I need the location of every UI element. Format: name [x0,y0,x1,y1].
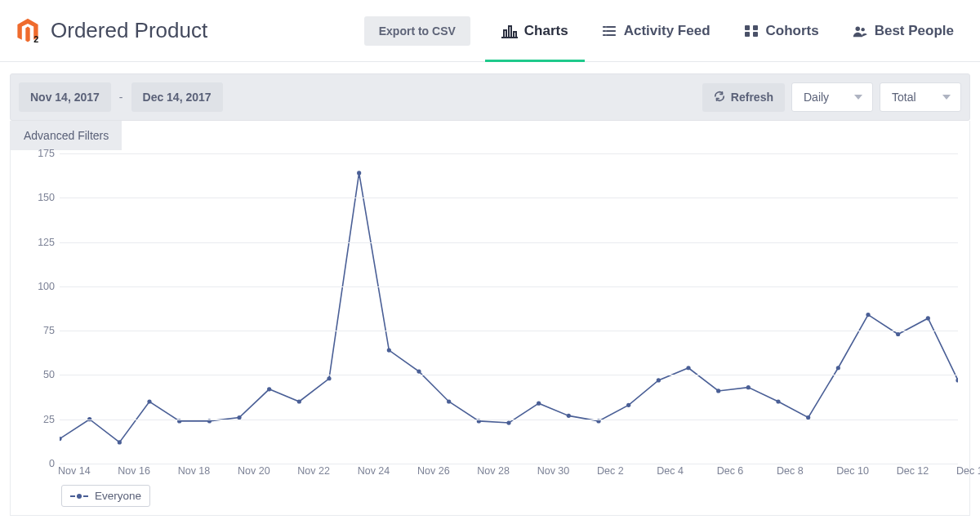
tab-label: Cohorts [766,23,819,39]
y-tick-label: 175 [38,148,55,159]
x-axis: Nov 14Nov 16Nov 18Nov 20Nov 22Nov 24Nov … [60,464,958,480]
date-start-picker[interactable]: Nov 14, 2017 [19,82,111,112]
tab-label: Charts [524,23,568,39]
app-logo: 2 Ordered Product [10,16,207,46]
data-point[interactable] [537,402,541,406]
refresh-icon [714,91,725,104]
data-point[interactable] [567,414,571,418]
page-title: Ordered Product [51,18,207,43]
gridline [60,375,958,375]
x-tick-label: Nov 24 [358,465,390,477]
y-tick-label: 0 [49,458,55,469]
x-tick-label: Nov 20 [238,465,270,477]
y-tick-label: 125 [38,237,55,248]
aggregate-value: Total [892,91,916,104]
data-point[interactable] [776,399,780,403]
list-icon [601,24,617,38]
data-point[interactable] [746,385,751,389]
data-point[interactable] [896,332,900,336]
x-tick-label: Dec 6 [717,465,744,477]
tab-charts[interactable]: Charts [485,0,585,61]
gridline [60,331,958,331]
data-point[interactable] [926,316,930,320]
y-tick-label: 25 [43,414,55,425]
advanced-filters-button[interactable]: Advanced Filters [11,121,122,150]
svg-point-6 [861,28,864,31]
legend-item-everyone[interactable]: Everyone [61,485,150,507]
people-icon [852,24,868,38]
data-point[interactable] [657,378,661,382]
x-tick-label: Nov 16 [118,465,150,477]
svg-point-5 [855,26,859,30]
tab-label: Best People [875,23,954,39]
aggregate-select[interactable]: Total [880,82,961,112]
data-point[interactable] [956,378,958,382]
x-tick-label: Dec 8 [777,465,804,477]
tab-cohorts[interactable]: Cohorts [727,0,835,61]
date-end-picker[interactable]: Dec 14, 2017 [131,82,223,112]
y-tick-label: 100 [38,281,55,292]
x-tick-label: Dec 14 [956,465,980,477]
svg-rect-4 [753,32,758,37]
y-tick-label: 75 [43,325,55,336]
legend-label: Everyone [95,490,141,502]
y-axis: 0255075100125150175 [22,153,60,464]
date-range-separator: - [119,91,123,104]
data-point[interactable] [716,389,720,393]
data-point[interactable] [626,403,630,407]
data-point[interactable] [836,366,840,370]
refresh-label: Refresh [731,91,773,104]
data-point[interactable] [297,399,301,403]
x-tick-label: Nov 14 [58,465,91,477]
x-tick-label: Nov 26 [417,465,450,477]
x-tick-label: Nov 22 [297,465,330,477]
x-tick-label: Nov 28 [477,465,510,477]
svg-rect-2 [753,25,758,30]
line-chart-svg [60,153,958,464]
tab-label: Activity Feed [624,23,710,39]
gridline [60,420,958,420]
tab-activity-feed[interactable]: Activity Feed [585,0,727,61]
gridline [60,286,958,287]
y-tick-label: 150 [38,192,55,203]
granularity-select[interactable]: Daily [791,82,873,112]
granularity-value: Daily [804,91,829,104]
gridline [60,198,958,198]
data-point[interactable] [118,440,122,444]
data-point[interactable] [866,313,870,317]
data-point[interactable] [387,348,391,352]
chart-area: 0255075100125150175 Nov 14Nov 16Nov 18No… [22,153,958,507]
x-tick-label: Dec 12 [897,465,929,477]
export-csv-button[interactable]: Export to CSV [364,16,470,46]
x-tick-label: Dec 10 [836,465,869,477]
gridline [60,153,958,154]
legend-swatch-icon [70,492,88,500]
x-tick-label: Dec 4 [657,465,684,477]
tab-best-people[interactable]: Best People [835,0,970,61]
svg-rect-3 [745,32,750,37]
x-tick-label: Nov 18 [178,465,211,477]
grid-icon [743,24,760,38]
magento-logo-icon: 2 [13,16,42,46]
data-point[interactable] [357,171,361,175]
y-tick-label: 50 [43,369,55,380]
refresh-button[interactable]: Refresh [702,83,785,112]
svg-text:2: 2 [33,34,38,44]
data-point[interactable] [267,387,271,391]
data-point[interactable] [327,376,331,380]
data-point[interactable] [447,399,451,403]
data-point[interactable] [416,369,421,373]
bar-chart-icon [501,24,518,38]
series-line-everyone [60,173,958,442]
x-tick-label: Nov 30 [537,465,570,477]
data-point[interactable] [506,420,510,424]
gridline [60,242,958,243]
data-point[interactable] [147,399,151,403]
data-point[interactable] [686,366,690,370]
x-tick-label: Dec 2 [597,465,624,477]
toolbar: Nov 14, 2017 - Dec 14, 2017 Refresh Dail… [10,73,970,121]
svg-rect-1 [745,25,750,30]
